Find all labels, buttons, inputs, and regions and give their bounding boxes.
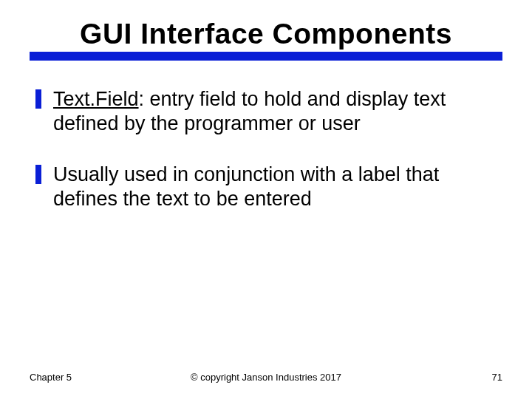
footer-copyright: © copyright Janson Industries 2017 (191, 372, 341, 383)
bullet-list: Text.Field: entry field to hold and disp… (30, 87, 502, 211)
footer-page-number: 71 (492, 372, 502, 383)
bullet-item: Usually used in conjunction with a label… (33, 163, 502, 211)
title-underline (30, 52, 502, 61)
term-textfield: Text.Field (53, 88, 139, 110)
footer-chapter: Chapter 5 (30, 372, 72, 383)
slide: GUI Interface Components Text.Field: ent… (0, 0, 532, 399)
slide-title: GUI Interface Components (30, 18, 502, 50)
bullet-text: Usually used in conjunction with a label… (53, 163, 439, 210)
footer: Chapter 5 © copyright Janson Industries … (30, 372, 502, 383)
bullet-item: Text.Field: entry field to hold and disp… (33, 87, 502, 136)
